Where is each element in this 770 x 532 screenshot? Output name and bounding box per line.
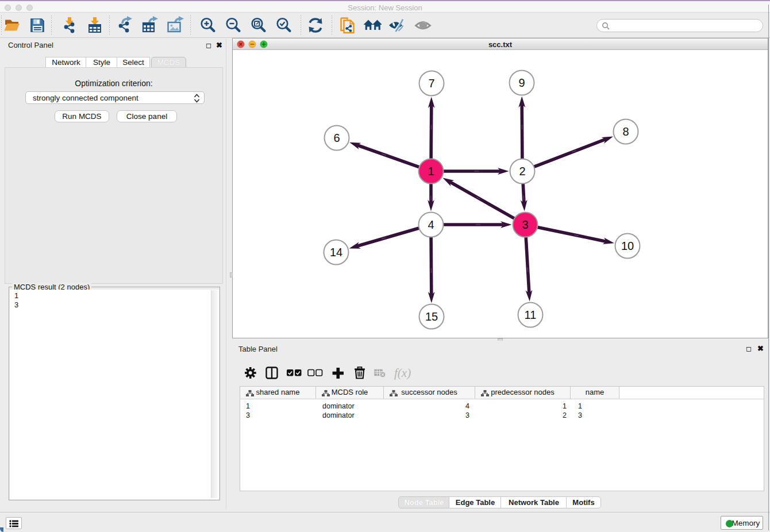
svg-text:4: 4 xyxy=(428,218,434,231)
svg-text:8: 8 xyxy=(622,125,629,138)
svg-text:6: 6 xyxy=(333,132,340,144)
svg-text:2: 2 xyxy=(519,165,525,178)
svg-text:7: 7 xyxy=(428,77,434,90)
svg-text:11: 11 xyxy=(525,309,537,321)
svg-text:3: 3 xyxy=(522,218,528,231)
svg-text:9: 9 xyxy=(518,76,525,89)
svg-text:1: 1 xyxy=(428,165,434,178)
svg-text:10: 10 xyxy=(621,240,634,252)
svg-text:15: 15 xyxy=(425,310,438,323)
svg-text:f(x): f(x) xyxy=(394,366,411,380)
svg-text:14: 14 xyxy=(330,246,342,259)
